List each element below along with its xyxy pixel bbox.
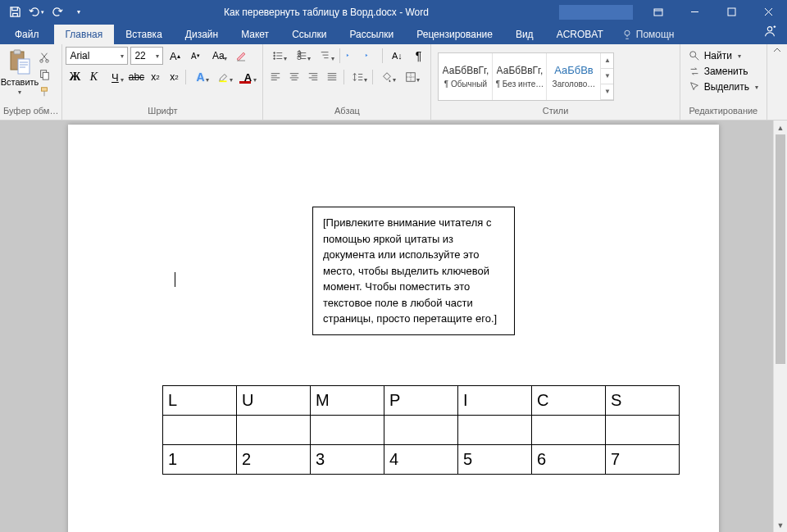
table-row[interactable]: L U M P I C S bbox=[163, 386, 680, 416]
change-case-button[interactable]: Aa▾ bbox=[207, 47, 230, 65]
tab-file[interactable]: Файл bbox=[0, 25, 54, 44]
tell-me[interactable]: Помощн bbox=[615, 25, 681, 44]
multilevel-list-button[interactable]: ▾ bbox=[314, 47, 337, 65]
style-no-spacing[interactable]: АаБбВвГг,¶ Без инте… bbox=[493, 53, 547, 100]
align-left-button[interactable] bbox=[266, 68, 284, 86]
table-cell[interactable]: S bbox=[606, 386, 680, 416]
gallery-up-button[interactable]: ▲ bbox=[601, 53, 613, 69]
table-cell[interactable] bbox=[606, 416, 680, 445]
table-cell[interactable]: 1 bbox=[163, 445, 237, 475]
table-cell[interactable]: 2 bbox=[237, 445, 311, 475]
table-cell[interactable]: U bbox=[237, 386, 311, 416]
sort-button[interactable]: А↓ bbox=[385, 47, 408, 65]
svg-rect-11 bbox=[42, 88, 48, 91]
format-painter-button[interactable] bbox=[36, 84, 52, 100]
redo-button[interactable] bbox=[48, 2, 67, 22]
table-cell[interactable] bbox=[532, 416, 606, 445]
table-row[interactable]: 1 2 3 4 5 6 7 bbox=[163, 445, 680, 475]
line-spacing-button[interactable]: ▾ bbox=[347, 68, 370, 86]
scroll-up-button[interactable]: ▲ bbox=[774, 120, 787, 134]
table-cell[interactable] bbox=[163, 416, 237, 445]
vertical-scrollbar[interactable]: ▲ ▼ bbox=[773, 120, 787, 532]
font-color-button[interactable]: A▾ bbox=[236, 68, 259, 86]
table-cell[interactable] bbox=[237, 416, 311, 445]
bold-button[interactable]: Ж bbox=[66, 68, 84, 86]
tab-acrobat[interactable]: ACROBAT bbox=[545, 25, 615, 44]
underline-button[interactable]: Ч▾ bbox=[103, 68, 126, 86]
superscript-button[interactable]: x2 bbox=[165, 68, 183, 86]
table-cell[interactable]: P bbox=[384, 386, 458, 416]
tab-review[interactable]: Рецензирование bbox=[405, 25, 504, 44]
justify-button[interactable] bbox=[323, 68, 341, 86]
svg-rect-1 bbox=[728, 8, 735, 16]
show-marks-button[interactable]: ¶ bbox=[409, 47, 427, 65]
minimize-button[interactable] bbox=[676, 0, 713, 24]
group-font: Arial▾ 22▾ A▴ A▾ Aa▾ Ж К Ч▾ abc x2 x2 A▾… bbox=[62, 44, 263, 120]
tab-mailings[interactable]: Рассылки bbox=[338, 25, 405, 44]
cut-button[interactable] bbox=[36, 49, 52, 66]
borders-button[interactable]: ▾ bbox=[399, 68, 422, 86]
style-normal[interactable]: АаБбВвГг,¶ Обычный bbox=[439, 53, 493, 100]
share-button[interactable] bbox=[753, 20, 787, 44]
table-cell[interactable]: 5 bbox=[458, 445, 532, 475]
table-cell[interactable]: I bbox=[458, 386, 532, 416]
table-cell[interactable] bbox=[384, 416, 458, 445]
highlight-button[interactable]: ▾ bbox=[212, 68, 235, 86]
gallery-down-button[interactable]: ▼ bbox=[601, 69, 613, 84]
scroll-down-button[interactable]: ▼ bbox=[774, 518, 787, 532]
svg-point-14 bbox=[274, 55, 275, 57]
account-area[interactable] bbox=[559, 5, 633, 20]
gallery-more-button[interactable]: ▼ bbox=[601, 84, 613, 100]
align-right-button[interactable] bbox=[304, 68, 322, 86]
group-label-font: Шрифт bbox=[66, 106, 259, 120]
ribbon-options-button[interactable] bbox=[639, 0, 676, 24]
table-row[interactable] bbox=[163, 416, 680, 445]
table-cell[interactable]: 3 bbox=[311, 445, 384, 475]
replace-button[interactable]: Заменить bbox=[685, 64, 762, 79]
font-size-combo[interactable]: 22▾ bbox=[130, 47, 163, 65]
strikethrough-button[interactable]: abc bbox=[127, 68, 145, 86]
find-button[interactable]: Найти▾ bbox=[685, 48, 762, 63]
table-cell[interactable] bbox=[458, 416, 532, 445]
shading-button[interactable]: ▾ bbox=[375, 68, 398, 86]
tab-insert[interactable]: Вставка bbox=[114, 25, 174, 44]
table-cell[interactable] bbox=[311, 416, 384, 445]
tab-references[interactable]: Ссылки bbox=[280, 25, 338, 44]
collapse-ribbon-button[interactable] bbox=[767, 44, 787, 120]
tab-view[interactable]: Вид bbox=[504, 25, 545, 44]
scroll-thumb[interactable] bbox=[776, 134, 785, 364]
bullets-button[interactable]: ▾ bbox=[266, 47, 289, 65]
qat-customize-button[interactable]: ▾ bbox=[69, 2, 89, 22]
style-heading1[interactable]: АаБбВвЗаголово… bbox=[547, 53, 601, 100]
tab-design[interactable]: Дизайн bbox=[174, 25, 230, 44]
callout-textbox[interactable]: [Привлеките внимание читателя с помощью … bbox=[312, 207, 515, 335]
document-table[interactable]: L U M P I C S 1 2 3 4 bbox=[162, 385, 680, 475]
decrease-indent-button[interactable] bbox=[343, 47, 361, 65]
table-cell[interactable]: 4 bbox=[384, 445, 458, 475]
table-cell[interactable]: M bbox=[311, 386, 384, 416]
font-name-combo[interactable]: Arial▾ bbox=[66, 47, 128, 65]
save-button[interactable] bbox=[5, 2, 25, 22]
grow-font-button[interactable]: A▴ bbox=[166, 47, 184, 65]
undo-button[interactable]: ▾ bbox=[26, 2, 46, 22]
subscript-button[interactable]: x2 bbox=[146, 68, 164, 86]
clear-formatting-button[interactable] bbox=[232, 47, 250, 65]
copy-button[interactable] bbox=[36, 66, 52, 83]
table-cell[interactable]: 6 bbox=[532, 445, 606, 475]
tab-layout[interactable]: Макет bbox=[230, 25, 280, 44]
table-cell[interactable]: L bbox=[163, 386, 237, 416]
increase-indent-button[interactable] bbox=[362, 47, 380, 65]
shrink-font-button[interactable]: A▾ bbox=[186, 47, 204, 65]
page[interactable]: [Привлеките внимание читателя с помощью … bbox=[68, 125, 719, 532]
paste-label: Вставить bbox=[1, 77, 39, 87]
italic-button[interactable]: К bbox=[84, 68, 102, 86]
maximize-button[interactable] bbox=[713, 0, 750, 24]
paste-button[interactable]: Вставить ▾ bbox=[3, 47, 36, 98]
numbering-button[interactable]: 123▾ bbox=[290, 47, 313, 65]
text-effects-button[interactable]: A▾ bbox=[189, 68, 212, 86]
table-cell[interactable]: 7 bbox=[606, 445, 680, 475]
tab-home[interactable]: Главная bbox=[54, 25, 115, 44]
select-button[interactable]: Выделить▾ bbox=[685, 80, 762, 94]
table-cell[interactable]: C bbox=[532, 386, 606, 416]
align-center-button[interactable] bbox=[285, 68, 303, 86]
